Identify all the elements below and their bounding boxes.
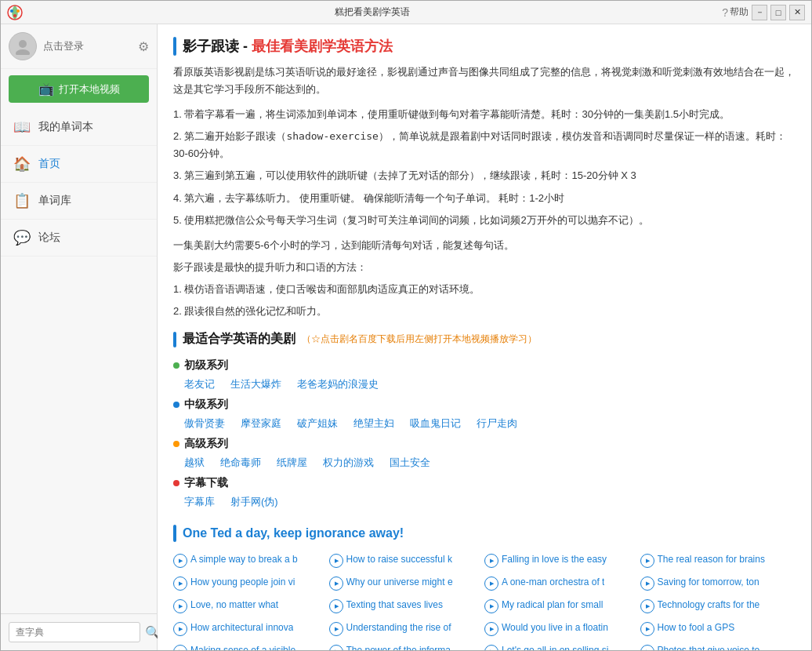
advanced-dot: [173, 441, 179, 447]
titlebar-left: [7, 5, 23, 20]
app-logo-icon: [7, 5, 23, 20]
play-icon: [173, 599, 187, 613]
sidebar-item-wordlib[interactable]: 📋 单词库: [1, 183, 157, 220]
play-icon: [484, 622, 498, 636]
steps-text: 1. 带着字幕看一遍，将生词添加到单词本，使用重听键做到每句对着字幕能听清楚。耗…: [173, 106, 796, 229]
settings-icon[interactable]: ⚙: [138, 39, 149, 54]
show-link-desperate[interactable]: 绝望主妇: [353, 415, 394, 432]
login-label[interactable]: 点击登录: [43, 39, 84, 53]
show-link-homeland[interactable]: 国土安全: [390, 454, 430, 471]
ted-item[interactable]: Why our universe might e: [329, 573, 485, 594]
summary-3: 1. 模仿语音语调语速，使口舌喉齿和面部肌肉适应真正的对话环境。: [173, 281, 796, 298]
beginner-dot: [173, 362, 179, 369]
ted-item[interactable]: How young people join vi: [173, 573, 329, 594]
sidebar-top: 点击登录 ⚙: [1, 24, 157, 69]
play-icon: [640, 645, 654, 650]
ted-title-area: One Ted a day, keep ignorance away!: [173, 525, 796, 542]
ted-item[interactable]: Saving for tomorrow, ton: [640, 573, 796, 594]
advanced-links: 越狱 绝命毒师 纸牌屋 权力的游戏 国土安全: [184, 454, 796, 471]
ted-item[interactable]: The real reason for brains: [640, 550, 796, 571]
close-button[interactable]: ✕: [789, 5, 805, 20]
main-content: 影子跟读 - 最佳看美剧学英语方法 看原版英语影视剧是练习英语听说的最好途径，影…: [158, 24, 811, 650]
ted-item-text: A one-man orchestra of t: [502, 576, 604, 589]
minimize-button[interactable]: －: [752, 5, 767, 20]
summary-2: 影子跟读是最快的提升听力和口语的方法：: [173, 259, 796, 276]
show-link-breakingbad[interactable]: 绝命毒师: [220, 454, 261, 471]
step-2: 2. 第二遍开始影子跟读（shadow-exercise），简单说就是跟着剧中对…: [173, 128, 796, 162]
step-5: 5. 使用糕把微信公众号每天学习生词（复习时可关注单词间的词频，比如词频2万开外…: [173, 212, 796, 229]
sidebar-item-wordbook[interactable]: 📖 我的单词本: [1, 109, 157, 146]
sidebar-label-wordlib: 单词库: [38, 194, 71, 208]
summary-text: 一集美剧大约需要5-6个小时的学习，达到能听清每句对话，能复述每句话。 影子跟读…: [173, 237, 796, 320]
ted-item-text: Let's go all-in on selling si: [502, 644, 608, 650]
ted-item[interactable]: Falling in love is the easy: [484, 550, 640, 571]
ted-item[interactable]: My radical plan for small: [484, 595, 640, 616]
ted-bar-decoration: [173, 525, 176, 542]
beginner-series-header: 初级系列: [173, 358, 796, 373]
svg-point-5: [16, 49, 30, 55]
ted-item[interactable]: Photos that give voice to: [640, 641, 796, 650]
ted-item[interactable]: Would you live in a floatin: [484, 618, 640, 639]
wordlib-icon: 📋: [13, 192, 31, 209]
play-icon: [640, 576, 654, 591]
show-link-2brokegirls[interactable]: 破产姐妹: [297, 415, 338, 432]
ted-item[interactable]: Making sense of a visible: [173, 641, 329, 650]
ted-item[interactable]: How to fool a GPS: [640, 618, 796, 639]
main-title: 影子跟读 - 最佳看美剧学英语方法: [183, 37, 393, 56]
help-label[interactable]: ? 帮助: [722, 5, 749, 19]
show-link-got[interactable]: 权力的游戏: [323, 454, 374, 471]
ted-item-text: Falling in love is the easy: [502, 553, 607, 566]
main-title-area: 影子跟读 - 最佳看美剧学英语方法: [173, 37, 796, 56]
show-link-walkingdead[interactable]: 行尸走肉: [477, 415, 517, 432]
summary-4: 2. 跟读很自然的强化记忆和听力。: [173, 303, 796, 320]
ted-item-text: Love, no matter what: [190, 598, 278, 612]
sidebar-item-home[interactable]: 🏠 首页: [1, 146, 157, 183]
show-link-prison[interactable]: 越狱: [184, 454, 205, 471]
sidebar-item-forum[interactable]: 💬 论坛: [1, 220, 157, 256]
best-shows-hint: （☆点击剧名百度下载后用左侧打开本地视频播放学习）: [302, 333, 537, 346]
ted-item-text: The real reason for brains: [658, 553, 765, 566]
ted-item[interactable]: Texting that saves lives: [329, 595, 485, 616]
titlebar-controls: ? 帮助 － □ ✕: [722, 5, 805, 20]
ted-item-text: Making sense of a visible: [190, 644, 295, 650]
show-link-bigbang[interactable]: 生活大爆炸: [230, 376, 281, 393]
show-link-goodwife[interactable]: 傲骨贤妻: [184, 415, 225, 432]
maximize-button[interactable]: □: [770, 5, 786, 20]
titlebar: 糕把看美剧学英语 ? 帮助 － □ ✕: [1, 1, 811, 24]
play-icon: [329, 554, 343, 568]
ted-item[interactable]: Understanding the rise of: [329, 618, 485, 639]
show-link-shooter[interactable]: 射手网(伪): [230, 493, 278, 511]
ted-item-text: How to fool a GPS: [658, 621, 735, 635]
show-link-zimuku[interactable]: 字幕库: [184, 493, 215, 511]
search-input[interactable]: [9, 622, 140, 642]
main-title-highlight: 最佳看美剧学英语方法: [252, 38, 393, 54]
main-layout: 点击登录 ⚙ 📺 打开本地视频 📖 我的单词本 🏠 首页 📋: [1, 24, 811, 650]
intermediate-links: 傲骨贤妻 摩登家庭 破产姐妹 绝望主妇 吸血鬼日记 行尸走肉: [184, 415, 796, 432]
ted-item[interactable]: How to raise successful k: [329, 550, 485, 571]
ted-item-text: Why our universe might e: [346, 576, 453, 589]
shows-bar-decoration: [173, 332, 176, 347]
show-link-himym[interactable]: 老爸老妈的浪漫史: [297, 376, 379, 393]
ted-item[interactable]: Let's go all-in on selling si: [484, 641, 640, 650]
beginner-links: 老友记 生活大爆炸 老爸老妈的浪漫史: [184, 376, 796, 393]
ted-item[interactable]: Technology crafts for the: [640, 595, 796, 616]
show-link-vampirediaries[interactable]: 吸血鬼日记: [410, 415, 461, 432]
ted-item[interactable]: A one-man orchestra of t: [484, 573, 640, 594]
show-link-houseofcards[interactable]: 纸牌屋: [277, 454, 307, 471]
intermediate-dot: [173, 402, 179, 408]
show-link-modernfamily[interactable]: 摩登家庭: [241, 415, 281, 432]
ted-item[interactable]: The power of the informa: [329, 641, 485, 650]
series-section: 初级系列 老友记 生活大爆炸 老爸老妈的浪漫史 中级系列 傲骨贤妻 摩登家庭 破…: [173, 358, 796, 511]
play-icon: [484, 599, 498, 613]
ted-item[interactable]: Love, no matter what: [173, 595, 329, 616]
ted-item[interactable]: A simple way to break a b: [173, 550, 329, 571]
ted-item-text: A simple way to break a b: [190, 553, 298, 566]
ted-section: One Ted a day, keep ignorance away! A si…: [173, 525, 796, 650]
open-video-button[interactable]: 📺 打开本地视频: [9, 75, 149, 103]
play-icon: [173, 554, 187, 568]
show-link-laoyouji[interactable]: 老友记: [184, 376, 215, 393]
play-icon: [329, 622, 343, 636]
home-icon: 🏠: [13, 155, 31, 173]
play-icon: [173, 622, 187, 636]
ted-item[interactable]: How architectural innova: [173, 618, 329, 639]
